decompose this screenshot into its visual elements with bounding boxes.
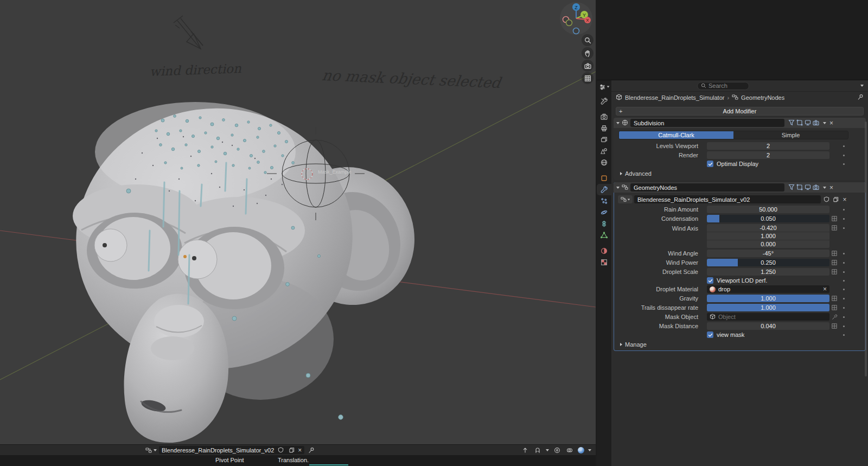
animate-decorator[interactable] [839,271,848,273]
gizmo-arrow-icon[interactable] [521,446,529,455]
proportional-edit-icon[interactable] [553,446,561,455]
breadcrumb-object[interactable]: Blenderesse_RainDroplets_Simulator [625,94,724,101]
tab-particles[interactable] [597,195,611,207]
gravity-slider[interactable]: 1.000 [707,295,829,302]
tab-output[interactable] [597,123,611,134]
realtime-toggle-icon[interactable] [805,119,811,127]
editor-type-button[interactable] [597,81,611,92]
render-toggle-icon[interactable] [813,184,819,191]
input-attribute-toggle-icon[interactable] [829,269,839,275]
gizmo-neg-z-axis[interactable] [573,28,579,34]
tab-render[interactable] [597,111,611,123]
tab-view-layer[interactable] [597,134,611,145]
optimal-display-checkbox[interactable]: Optimal Display [707,161,829,167]
input-attribute-toggle-icon[interactable] [829,305,839,310]
modifier-extras-dropdown[interactable] [823,187,826,189]
node-group-name-field[interactable]: Blenderesse_RainDroplets_Simulator_v02 × [159,446,304,454]
tab-object[interactable] [597,173,611,184]
unlink-node-group-icon[interactable]: × [841,195,848,203]
animate-decorator[interactable] [839,218,848,220]
toggle-ortho-button[interactable] [582,72,593,84]
input-attribute-toggle-icon[interactable] [829,260,839,265]
unlink-material-icon[interactable]: × [823,286,827,292]
view-navigation-gizmo[interactable]: Z Y X [559,1,593,36]
animate-decorator[interactable] [839,155,848,156]
search-input[interactable]: Search [697,82,749,90]
fake-user-shield-icon[interactable] [822,195,830,203]
animate-decorator[interactable] [839,262,848,264]
animate-decorator[interactable] [839,298,848,299]
animate-decorator[interactable] [839,289,848,290]
pin-id-icon[interactable] [857,94,864,101]
edit-mode-toggle-icon[interactable] [796,184,803,191]
browse-node-group-button[interactable] [618,195,633,203]
rain-amount-field[interactable]: 50.000 [707,206,829,213]
users-count-icon[interactable] [287,446,296,455]
add-modifier-button[interactable]: + Add Modifier [616,107,864,116]
pin-icon[interactable] [307,446,316,455]
browse-node-group-dropdown[interactable] [154,449,157,451]
tab-simple[interactable]: Simple [733,131,848,139]
node-group-name-field[interactable]: Blenderesse_RainDroplets_Simulator_v02 [634,195,821,203]
viewport-shading-sphere-icon[interactable] [578,447,584,454]
animate-decorator[interactable] [839,334,848,336]
tab-catmull-clark[interactable]: Catmull-Clark [619,131,733,139]
header-options-dropdown[interactable] [860,85,864,87]
animate-decorator[interactable] [839,325,848,327]
suzanne-model[interactable] [59,91,432,443]
tab-tool[interactable] [597,95,611,107]
trails-slider[interactable]: 1.000 [707,304,829,311]
overlays-icon[interactable] [565,446,574,455]
camera-view-button[interactable] [582,60,593,72]
geometrynodes-header[interactable]: GeometryNodes × [614,182,866,193]
fake-user-shield-icon[interactable] [276,446,285,455]
animate-decorator[interactable] [839,316,848,318]
animate-decorator[interactable] [839,280,848,282]
wind-axis-z-field[interactable]: 0.000 [707,240,829,248]
subdivision-header[interactable]: Subdivision × [614,118,866,128]
wind-axis-x-field[interactable]: -0.420 [707,224,829,232]
delete-modifier-icon[interactable]: × [829,184,833,191]
tab-texture[interactable] [597,257,611,268]
animate-decorator[interactable] [839,224,848,229]
render-levels-field[interactable]: 2 [707,151,829,159]
pan-button[interactable] [582,47,593,59]
zoom-button[interactable] [582,34,593,46]
on-cage-toggle-icon[interactable] [788,119,795,127]
view-mask-checkbox[interactable]: view mask [707,331,829,338]
animate-decorator[interactable] [839,209,848,210]
expand-panel-chevron[interactable] [616,122,620,124]
mask-distance-field[interactable]: 0.040 [707,322,829,330]
tab-material[interactable] [597,245,611,257]
tab-physics[interactable] [597,207,611,218]
shading-dropdown[interactable] [588,449,591,451]
manage-expander[interactable]: Manage [614,340,866,349]
tab-object-data[interactable] [597,229,611,241]
input-attribute-toggle-icon[interactable] [829,251,839,256]
properties-scrollbar[interactable] [865,122,867,376]
delete-modifier-icon[interactable]: × [829,120,833,126]
snap-magnet-icon[interactable] [533,446,542,455]
viewport-lod-checkbox[interactable]: Viewport LOD perf. [707,277,829,284]
advanced-expander[interactable]: Advanced [614,169,866,178]
input-attribute-toggle-icon[interactable] [829,216,839,221]
tab-modifiers[interactable] [597,184,611,195]
pivot-point-label[interactable]: Pivot Point [215,457,244,463]
tab-constraints[interactable] [597,218,611,229]
levels-viewport-field[interactable]: 2 [707,142,829,150]
edit-mode-toggle-icon[interactable] [796,119,803,127]
render-toggle-icon[interactable] [813,119,819,127]
realtime-toggle-icon[interactable] [805,184,811,191]
modifier-name-field[interactable]: GeometryNodes [630,183,784,191]
eyedropper-icon[interactable] [829,314,839,320]
unlink-node-group-icon[interactable]: × [298,447,302,454]
mask-object-field[interactable]: Object [707,313,829,321]
expand-panel-chevron[interactable] [616,187,620,189]
droplet-material-field[interactable]: drop × [707,285,829,293]
wind-axis-y-field[interactable]: 1.000 [707,232,829,240]
tab-world[interactable] [597,157,611,168]
input-attribute-toggle-icon[interactable] [829,323,839,329]
snap-dropdown[interactable] [546,449,549,451]
droplet-scale-field[interactable]: 1.250 [707,268,829,276]
3d-viewport[interactable]: wind direction no mask object selected M… [0,0,596,444]
